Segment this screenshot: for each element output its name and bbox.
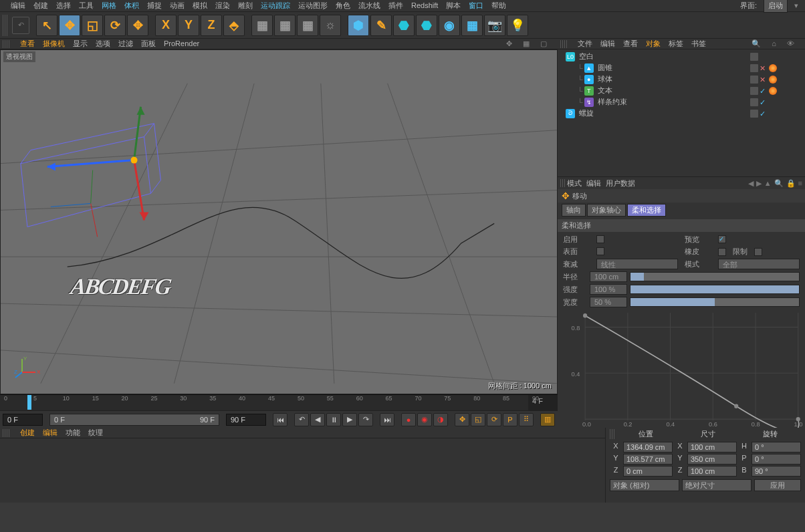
tree-item-螺旋[interactable]: ᘒ螺旋✓ (559, 108, 804, 119)
prev-key-button[interactable]: ↶ (294, 413, 309, 426)
preview-checkbox[interactable] (718, 235, 726, 243)
menu-脚本[interactable]: 脚本 (442, 0, 465, 11)
rubber-checkbox[interactable] (718, 248, 726, 256)
objtab-标签[interactable]: 标签 (665, 39, 687, 48)
mode-dropdown[interactable]: 全部 (718, 259, 800, 269)
generator2-button[interactable]: ⬣ (416, 15, 437, 36)
last-tool-button[interactable]: ✥ (127, 15, 148, 36)
object-tree[interactable]: L0空白└▲圆锥✕└●球体✕└T文本✓└↯样条约束✓ᘒ螺旋✓ (558, 49, 805, 176)
menu-帮助[interactable]: 帮助 (487, 0, 510, 11)
move-tool-button[interactable]: ✥ (59, 15, 80, 36)
menu-体积[interactable]: 体积 (120, 0, 143, 11)
end-frame-field[interactable]: 90 F (226, 414, 266, 426)
record-button[interactable]: ● (401, 413, 416, 426)
disable-icon[interactable]: ✕ (760, 76, 768, 84)
autokey-button[interactable]: ◉ (417, 413, 432, 426)
layer-dot-icon[interactable] (750, 87, 758, 95)
radius-field[interactable]: 100 cm (590, 271, 627, 282)
strength-slider[interactable] (630, 285, 800, 294)
up-icon[interactable]: ▲ (764, 179, 772, 188)
lock-icon[interactable]: 🔒 (786, 179, 796, 188)
eye-icon[interactable]: 👁 (783, 39, 798, 49)
tree-item-样条约束[interactable]: └↯样条约束✓ (559, 96, 804, 108)
vp-layout-icon[interactable]: ▦ (519, 39, 534, 49)
menu-icon[interactable]: ≡ (798, 179, 802, 188)
falloff-curve-editor[interactable]: 0.8 0.4 0.0 0.2 0.4 0.6 0.8 1.0 (558, 313, 805, 428)
pos-x-field[interactable]: 1364.09 cm (623, 442, 673, 452)
layout-dropdown[interactable]: 启动 (764, 0, 788, 13)
limit-checkbox[interactable] (754, 248, 762, 256)
tab-objaxis[interactable]: 对象轴心 (587, 204, 626, 217)
start-frame-field[interactable]: 0 F (3, 414, 43, 426)
enable-icon[interactable]: ✓ (760, 98, 768, 106)
cube-primitive-button[interactable]: ⬢ (348, 15, 369, 36)
menu-插件[interactable]: 插件 (384, 0, 407, 11)
objtab-书签[interactable]: 书签 (687, 39, 710, 48)
tree-item-空白[interactable]: L0空白 (559, 51, 804, 62)
layer-dot-icon[interactable] (750, 64, 758, 72)
apply-button[interactable]: 应用 (754, 479, 801, 491)
key-rot-button[interactable]: ⟳ (487, 413, 501, 426)
deformer-button[interactable]: ◉ (439, 15, 460, 36)
layer-dot-icon[interactable] (750, 98, 758, 106)
perspective-viewport[interactable]: 透视视图 (0, 49, 558, 394)
matmenu-功能[interactable]: 功能 (62, 428, 84, 437)
vpmenu-选项[interactable]: 选项 (92, 39, 114, 48)
select-tool-button[interactable]: ↖ (36, 15, 58, 36)
key-param-button[interactable]: P (503, 413, 518, 426)
attr-menu-edit[interactable]: 编辑 (586, 178, 601, 188)
key-pos-button[interactable]: ✥ (455, 413, 469, 426)
scale-tool-button[interactable]: ◱ (82, 15, 103, 36)
home-icon[interactable]: ⌂ (768, 39, 780, 49)
matmenu-编辑[interactable]: 编辑 (39, 428, 62, 437)
falloff-dropdown[interactable]: 线性 (596, 259, 678, 269)
next-key-button[interactable]: ↷ (358, 413, 373, 426)
search-icon[interactable]: 🔍 (748, 39, 765, 49)
rot-p-field[interactable]: 0 ° (752, 454, 801, 464)
tag-icon[interactable] (769, 76, 777, 84)
enable-icon[interactable]: ✓ (760, 87, 768, 95)
render-settings-button[interactable]: ☼ (320, 15, 341, 36)
enable-icon[interactable]: ✓ (760, 110, 768, 118)
next-frame-button[interactable]: ▶ (342, 413, 357, 426)
goto-end-button[interactable]: ⏭ (380, 413, 394, 426)
matmenu-纹理[interactable]: 纹理 (84, 428, 107, 437)
environment-button[interactable]: ▦ (461, 15, 483, 36)
vpmenu-ProRender[interactable]: ProRender (160, 39, 203, 48)
attr-menu-mode[interactable]: 模式 (567, 178, 582, 188)
layer-dot-icon[interactable] (750, 53, 758, 61)
back-icon[interactable]: ◀ (748, 179, 754, 188)
vpmenu-过滤[interactable]: 过滤 (114, 39, 137, 48)
menu-选择[interactable]: 选择 (52, 0, 75, 11)
menu-窗口[interactable]: 窗口 (465, 0, 487, 11)
vpmenu-查看[interactable]: 查看 (16, 39, 39, 48)
menu-工具[interactable]: 工具 (75, 0, 98, 11)
vp-max-icon[interactable]: ▢ (536, 39, 551, 49)
timeline[interactable]: 051015202530354045505560657075808590 4 F (0, 394, 558, 410)
size-x-field[interactable]: 100 cm (687, 442, 737, 452)
material-manager[interactable]: 创建编辑功能纹理 (0, 428, 606, 503)
tree-item-圆锥[interactable]: └▲圆锥✕ (559, 62, 804, 74)
size-z-field[interactable]: 100 cm (687, 466, 737, 477)
vp-config-icon[interactable]: ✥ (502, 39, 516, 49)
camera-button[interactable]: 📷 (484, 15, 505, 36)
pos-y-field[interactable]: 108.577 cm (623, 454, 673, 464)
menu-模拟[interactable]: 模拟 (189, 0, 211, 11)
render-pv-button[interactable]: ▦ (297, 15, 318, 36)
tag-icon[interactable] (769, 64, 777, 72)
goto-start-button[interactable]: ⏮ (273, 413, 288, 426)
vpmenu-显示[interactable]: 显示 (69, 39, 92, 48)
menu-网格[interactable]: 网格 (98, 0, 120, 11)
y-axis-button[interactable]: Y (178, 15, 199, 36)
menu-流水线[interactable]: 流水线 (354, 0, 384, 11)
menu-编辑[interactable]: 编辑 (7, 0, 29, 11)
coord-system-button[interactable]: ⬘ (223, 15, 245, 36)
menu-运动图形[interactable]: 运动图形 (294, 0, 332, 11)
width-slider[interactable] (630, 297, 800, 307)
keyframe-button[interactable]: ◑ (433, 413, 448, 426)
playhead[interactable] (27, 395, 31, 410)
menu-Redshift[interactable]: Redshift (407, 0, 442, 11)
tree-item-球体[interactable]: └●球体✕ (559, 74, 804, 85)
dopesheet-button[interactable]: ▥ (540, 413, 555, 426)
x-axis-button[interactable]: X (155, 15, 177, 36)
